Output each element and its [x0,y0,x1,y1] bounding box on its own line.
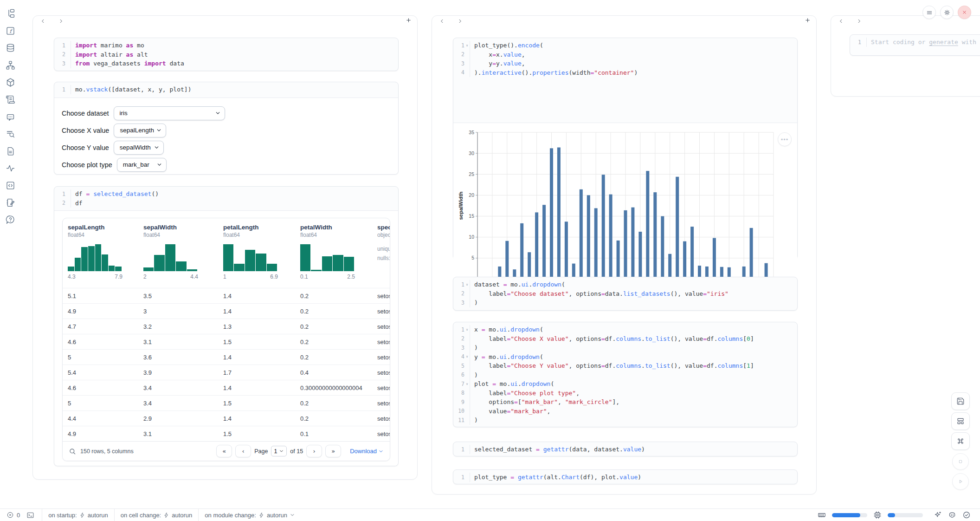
layout-icon[interactable] [951,412,970,430]
fold-chevron-icon[interactable]: ∨ [464,328,470,332]
column-histogram[interactable] [300,244,354,271]
on-module-change-setting[interactable]: on module change: autorun [199,509,301,521]
table-row[interactable]: 5.43.91.70.4setosa [63,365,390,380]
on-cell-change-setting[interactable]: on cell change: autorun [115,509,199,521]
table-row[interactable]: 4.93.11.50.1setosa [63,426,390,441]
table-row[interactable]: 5.13.51.40.2setosa [63,288,390,303]
settings-gear-icon[interactable] [940,6,954,19]
code-cell-plot-type[interactable]: 1plot_type = getattr(alt.Chart(df), plot… [453,469,798,484]
table-row[interactable]: 53.61.40.2setosa [63,349,390,365]
column-header-petalLength[interactable]: petalLengthfloat6416.9 [218,224,295,288]
marimo-functions-icon[interactable]: f [5,25,16,36]
page-select[interactable]: 1 [271,446,287,456]
code-cell-selected-dataset[interactable]: 1selected_dataset = getattr(data, datase… [453,442,798,456]
code-cell-dataset-dropdown[interactable]: 1∨dataset = mo.ui.dropdown(2 label="Choo… [453,277,798,311]
table-row[interactable]: 4.73.21.30.2setosa [63,319,390,334]
add-column-icon[interactable] [805,17,811,23]
code-line[interactable]: 3) [453,298,797,307]
code-line[interactable]: 8 label="Choose plot type", [453,389,797,398]
table-row[interactable]: 4.63.41.40.30000000000000004setosa [63,380,390,395]
snippets-icon[interactable] [5,180,16,191]
column-collapse-right-icon[interactable] [857,19,862,24]
code-line[interactable]: 4∨y = mo.ui.dropdown( [453,352,797,362]
download-button[interactable]: Download [350,448,384,455]
add-column-icon[interactable] [406,17,412,23]
code-line[interactable]: 3from vega_datasets import data [54,59,398,68]
code-line[interactable]: 2 label="Choose dataset", options=data.l… [453,289,797,299]
column-histogram[interactable] [223,244,277,271]
code-cell-chart[interactable]: 1∨plot_type().encode(2 x=x.value,3 y=y.v… [453,38,798,260]
tracing-icon[interactable] [5,163,16,174]
packages-icon[interactable] [5,77,16,88]
column-collapse-right-icon[interactable] [458,19,463,24]
code-line[interactable]: 1∨plot_type().encode( [453,41,797,50]
code-line[interactable]: 1df = selected_dataset() [54,189,398,199]
command-palette-icon[interactable] [951,432,970,450]
code-line[interactable]: 2import altair as alt [54,50,398,59]
run-all-icon[interactable] [952,473,969,490]
fold-chevron-icon[interactable]: ∨ [464,355,470,358]
connection-status-icon[interactable] [962,511,971,519]
fold-chevron-icon[interactable]: ∨ [464,283,470,287]
column-header-sepalLength[interactable]: sepalLengthfloat644.37.9 [63,224,138,288]
code-cell-dataframe[interactable]: 1df = selected_dataset()2df sepalLengthf… [54,186,399,466]
table-row[interactable]: 4.42.91.40.2setosa [63,410,390,426]
first-page-button[interactable]: « [216,445,232,457]
ai-chat-icon[interactable] [5,111,16,122]
logs-icon[interactable] [5,94,16,105]
column-collapse-right-icon[interactable] [58,19,64,24]
datasources-icon[interactable] [5,42,16,53]
dropdown-select[interactable]: mark_bar [117,158,167,172]
code-line[interactable]: 1plot_type = getattr(alt.Chart(df), plot… [453,473,797,482]
prev-page-button[interactable]: ‹ [235,445,251,457]
fold-chevron-icon[interactable]: ∨ [464,382,470,386]
code-line[interactable]: 1mo.vstack([dataset, x, y, plot]) [54,85,398,94]
dropdown-select[interactable]: sepalLength [114,124,166,137]
code-line[interactable]: 1import marimo as mo [54,41,398,50]
code-line[interactable]: 1∨x = mo.ui.dropdown( [453,325,797,334]
errors-indicator[interactable]: 0 [6,511,20,519]
empty-code-cell[interactable]: 1 Start coding or generate with AI [850,34,980,56]
dependency-graph-icon[interactable] [5,59,16,71]
column-histogram[interactable] [143,244,197,271]
code-line[interactable]: 2 x=x.value, [453,50,797,59]
column-header-sepalWidth[interactable]: sepalWidthfloat6424.4 [138,224,218,288]
code-line[interactable]: 10 value="mark_bar", [453,407,797,416]
column-collapse-left-icon[interactable] [40,19,45,24]
code-line[interactable]: 1selected_dataset = getattr(data, datase… [453,445,797,454]
help-icon[interactable] [5,214,16,225]
search-icon[interactable] [69,448,76,455]
column-histogram[interactable] [68,244,122,271]
dropdown-select[interactable]: sepalWidth [114,141,164,155]
code-cell-vstack[interactable]: 1mo.vstack([dataset, x, y, plot]) Choose… [54,82,399,175]
code-line[interactable]: 3 y=y.value, [453,59,797,68]
code-line[interactable]: 11) [453,416,797,425]
table-row[interactable]: 4.63.11.50.2setosa [63,334,390,349]
column-header-species[interactable]: speciesobjectunique:nulls: [372,224,390,288]
code-line[interactable]: 9 options=["mark_bar", "mark_circle"], [453,397,797,407]
chart-menu-icon[interactable]: ••• [778,132,792,146]
shutdown-close-icon[interactable] [958,6,971,19]
ai-sparkles-icon[interactable] [934,511,942,519]
code-line[interactable]: 4).interactive().properties(width="conta… [453,68,797,78]
column-header-petalWidth[interactable]: petalWidthfloat640.12.5 [295,224,372,288]
code-line[interactable]: 5 label="Choose Y value", options=df.col… [453,361,797,371]
last-page-button[interactable]: » [325,445,341,457]
file-explorer-icon[interactable] [5,8,16,19]
code-line[interactable]: 7∨plot = mo.ui.dropdown( [453,379,797,389]
terminal-icon[interactable] [26,511,34,519]
menu-icon[interactable] [922,6,936,19]
column-collapse-left-icon[interactable] [439,19,445,24]
code-line[interactable]: 3) [453,343,797,352]
stop-run-icon[interactable] [952,453,969,470]
next-page-button[interactable]: › [306,445,322,457]
code-line[interactable]: 2df [54,199,398,208]
copilot-icon[interactable] [948,511,956,519]
dropdown-select[interactable]: iris [114,106,225,120]
code-cell-imports[interactable]: 1import marimo as mo2import altair as al… [54,38,399,71]
code-line[interactable]: 1∨dataset = mo.ui.dropdown( [453,280,797,289]
table-row[interactable]: 53.41.50.2setosa [63,395,390,410]
code-cell-xy-dropdowns[interactable]: 1∨x = mo.ui.dropdown(2 label="Choose X v… [453,322,798,427]
code-line[interactable]: 6) [453,371,797,380]
table-row[interactable]: 4.931.40.2setosa [63,303,390,319]
